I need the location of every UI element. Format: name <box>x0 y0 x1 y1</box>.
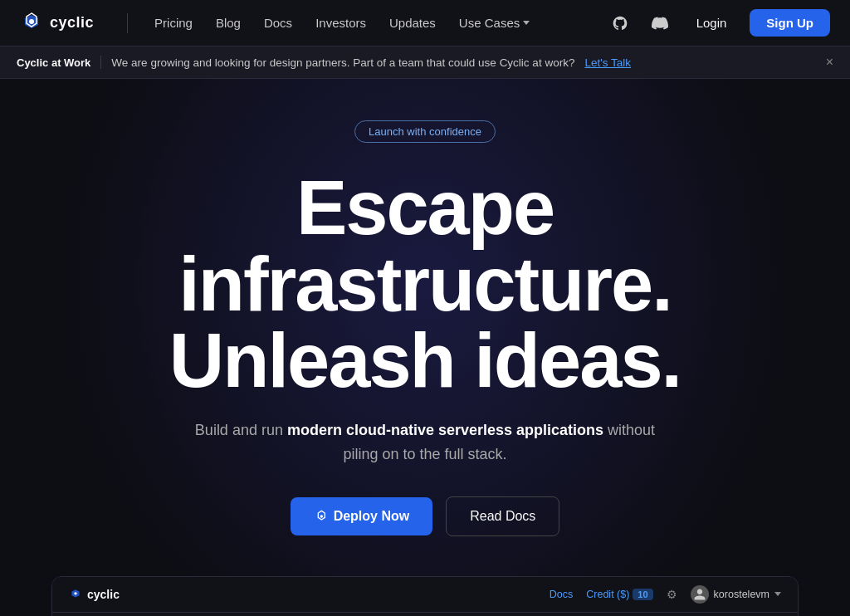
nav-right: Login Sign Up <box>607 9 830 37</box>
cyclic-logo-icon <box>20 12 43 35</box>
logo[interactable]: cyclic <box>20 12 94 35</box>
deploy-button-label: Deploy Now <box>334 509 410 524</box>
signup-button[interactable]: Sign Up <box>750 9 830 37</box>
user-chevron-icon <box>774 592 781 596</box>
nav-item-blog[interactable]: Blog <box>216 16 241 30</box>
nav-item-use-cases[interactable]: Use Cases <box>459 16 530 30</box>
dashboard-preview: cyclic Docs Credit ($) 10 ⚙ korostelevm … <box>51 576 799 616</box>
dashboard-user[interactable]: korostelevm <box>691 585 781 604</box>
svg-point-0 <box>29 19 34 24</box>
announcement-divider <box>100 56 101 69</box>
hero-title-line1: Escape infrastructure. <box>178 165 672 326</box>
nav-item-investors[interactable]: Investors <box>315 16 366 30</box>
hero-badge: Launch with confidence <box>354 120 496 143</box>
nav-divider <box>127 13 128 33</box>
dashboard-logo: cyclic <box>69 588 120 601</box>
nav-links: Pricing Blog Docs Investors Updates Use … <box>154 16 580 30</box>
nav-item-updates[interactable]: Updates <box>389 16 436 30</box>
nav-item-docs[interactable]: Docs <box>264 16 292 30</box>
settings-icon[interactable]: ⚙ <box>667 588 677 601</box>
announcement-link[interactable]: Let's Talk <box>584 56 631 69</box>
hero-title: Escape infrastructure. Unleash ideas. <box>68 169 782 398</box>
hero-subtitle-pre: Build and run <box>195 422 287 438</box>
announcement-text: We are growing and looking for design pa… <box>111 56 574 69</box>
announcement-badge: Cyclic at Work <box>17 56 90 69</box>
close-icon[interactable]: × <box>826 55 833 70</box>
username: korostelevm <box>714 589 769 600</box>
announcement-bar: Cyclic at Work We are growing and lookin… <box>0 46 850 79</box>
github-icon[interactable] <box>607 10 633 37</box>
dashboard-logo-icon <box>69 588 82 601</box>
read-docs-button[interactable]: Read Docs <box>446 496 559 536</box>
login-button[interactable]: Login <box>686 11 737 35</box>
docs-button-label: Read Docs <box>470 509 535 523</box>
dashboard-logo-text: cyclic <box>87 588 120 601</box>
chevron-down-icon <box>523 21 530 25</box>
svg-point-1 <box>320 515 322 517</box>
deploy-icon <box>314 510 327 523</box>
hero-subtitle: Build and run modern cloud-native server… <box>193 418 657 467</box>
hero-buttons: Deploy Now Read Docs <box>291 496 560 536</box>
credit-label: Credit ($) <box>586 589 629 600</box>
dashboard-topbar: cyclic Docs Credit ($) 10 ⚙ korostelevm <box>52 577 798 613</box>
hero-subtitle-bold: modern cloud-native serverless applicati… <box>287 422 603 438</box>
svg-point-2 <box>74 592 76 594</box>
dashboard-docs-link[interactable]: Docs <box>550 589 573 600</box>
logo-text: cyclic <box>50 14 94 32</box>
navbar: cyclic Pricing Blog Docs Investors Updat… <box>0 0 850 46</box>
credit-amount: 10 <box>633 589 652 600</box>
user-avatar <box>691 585 709 604</box>
hero-title-line2: Unleash ideas. <box>169 318 681 403</box>
hero-section: Launch with confidence Escape infrastruc… <box>0 79 850 616</box>
deploy-now-button[interactable]: Deploy Now <box>291 497 433 535</box>
dashboard-credit: Credit ($) 10 <box>586 589 652 600</box>
dash-nav-data-storage[interactable]: ◫ Data / Storage <box>530 613 595 616</box>
nav-item-pricing[interactable]: Pricing <box>154 16 193 30</box>
dashboard-nav: ⊙ Overview ⬡ Deployments ▤ Logs ◎ Networ… <box>52 613 798 616</box>
discord-icon[interactable] <box>647 10 673 37</box>
